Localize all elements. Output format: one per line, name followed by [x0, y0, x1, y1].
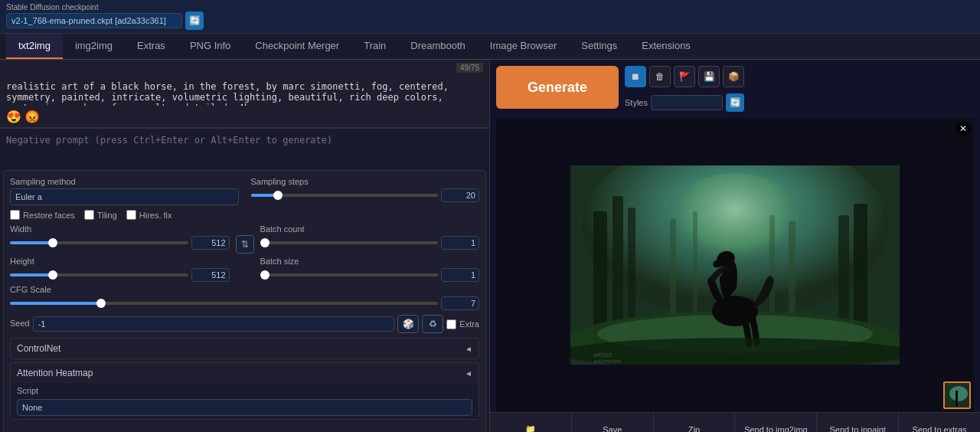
- flag-btn[interactable]: 🚩: [674, 66, 695, 87]
- image-area: ARTIST AIARTWORK ✕: [496, 118, 974, 412]
- batch-count-label: Batch count: [260, 224, 480, 234]
- height-input[interactable]: [191, 268, 230, 282]
- toolbar-icons: ⏹ 🗑 🚩 💾 📦 Styles 🔄: [625, 66, 744, 112]
- controlnet-label: ControlNet: [17, 343, 60, 354]
- prompt-icons: 😍 😡: [0, 108, 489, 127]
- cfg-slider-container: [10, 296, 479, 310]
- save-image-btn[interactable]: Save: [572, 413, 654, 432]
- interrupt-btn[interactable]: ⏹: [625, 66, 646, 87]
- attention-heatmap-label: Attention Heatmap: [17, 368, 93, 378]
- restore-faces-checkbox[interactable]: Restore faces: [10, 210, 75, 220]
- svg-point-21: [949, 386, 968, 401]
- seed-input[interactable]: [33, 316, 395, 332]
- script-label: Script: [17, 386, 472, 395]
- send-inpaint-btn[interactable]: Send to inpaint: [817, 413, 899, 432]
- zip-image-btn[interactable]: Zip: [654, 413, 736, 432]
- close-image-btn[interactable]: ✕: [956, 121, 971, 136]
- batch-size-input[interactable]: [441, 268, 479, 282]
- height-slider-container: [10, 268, 230, 282]
- folder-btn[interactable]: 📁: [490, 413, 572, 432]
- settings-panel: Sampling method Euler a DDIM DPM++ 2M Sa…: [3, 170, 486, 432]
- right-top: Generate ⏹ 🗑 🚩 💾 📦 Styles 🔄: [490, 60, 980, 118]
- width-label: Width: [10, 224, 230, 234]
- emoji-negative-icon[interactable]: 😡: [24, 110, 40, 124]
- attention-heatmap-header[interactable]: Attention Heatmap ◄: [11, 363, 479, 383]
- generated-image: ARTIST AIARTWORK: [570, 165, 900, 365]
- generate-button[interactable]: Generate: [496, 66, 619, 109]
- tab-settings[interactable]: Settings: [569, 34, 629, 59]
- svg-rect-22: [956, 391, 958, 406]
- sampling-method-select[interactable]: Euler a DDIM DPM++ 2M: [10, 188, 239, 205]
- hires-fix-input[interactable]: [126, 210, 136, 220]
- checkpoint-refresh-btn[interactable]: 🔄: [185, 11, 204, 30]
- prompt-section: 49/75 😍 😡: [0, 60, 489, 128]
- extra-label: Extra: [459, 319, 479, 329]
- attention-heatmap-section: Attention Heatmap ◄ Script None: [10, 362, 479, 420]
- prompt-textarea[interactable]: [0, 60, 489, 106]
- extra-checkbox[interactable]: Extra: [446, 319, 479, 329]
- tab-image-browser[interactable]: Image Browser: [478, 34, 569, 59]
- height-slider[interactable]: [10, 273, 188, 277]
- tab-dreambooth[interactable]: Dreambooth: [398, 34, 478, 59]
- tab-txt2img[interactable]: txt2img: [6, 34, 63, 59]
- width-slider-container: [10, 236, 230, 250]
- tab-train[interactable]: Train: [351, 34, 398, 59]
- height-spacer: [236, 257, 254, 267]
- sampling-steps-label: Sampling steps: [251, 177, 480, 186]
- checkpoint-select[interactable]: v2-1_768-ema-pruned.ckpt [ad2a33c361]: [6, 13, 182, 28]
- trash-btn[interactable]: 🗑: [649, 66, 671, 87]
- seed-dice-btn[interactable]: 🎲: [397, 315, 419, 333]
- batch-size-slider-container: [260, 268, 480, 282]
- tab-checkpoint-merger[interactable]: Checkpoint Merger: [243, 34, 351, 59]
- sampling-steps-input[interactable]: [441, 188, 479, 202]
- script-select[interactable]: None: [17, 399, 472, 416]
- emoji-positive-icon[interactable]: 😍: [6, 110, 21, 124]
- save-btn[interactable]: 💾: [698, 66, 720, 87]
- batch-size-label: Batch size: [260, 257, 480, 266]
- controlnet-header[interactable]: ControlNet ◄: [11, 339, 479, 358]
- batch-size-slider[interactable]: [260, 273, 439, 277]
- checkpoint-wrapper: Stable Diffusion checkpoint v2-1_768-ema…: [6, 3, 204, 30]
- sampling-steps-slider[interactable]: [251, 194, 439, 197]
- sampling-steps-col: Sampling steps: [251, 177, 480, 205]
- negative-prompt-textarea[interactable]: [0, 128, 489, 165]
- width-slider[interactable]: [10, 241, 188, 244]
- tab-img2img[interactable]: img2img: [63, 34, 125, 59]
- batch-count-slider[interactable]: [260, 241, 439, 244]
- cfg-scale-input[interactable]: [441, 296, 479, 310]
- thumbnail-item[interactable]: [943, 381, 971, 409]
- extra-checkbox-input[interactable]: [446, 319, 456, 329]
- sampling-steps-slider-container: [251, 188, 480, 202]
- tab-extensions[interactable]: Extensions: [629, 34, 703, 59]
- tiling-input[interactable]: [84, 210, 94, 220]
- right-panel: Generate ⏹ 🗑 🚩 💾 📦 Styles 🔄: [490, 60, 980, 432]
- styles-select[interactable]: [651, 95, 723, 110]
- folder-icon: 📁: [525, 424, 536, 432]
- cfg-scale-label: CFG Scale: [10, 285, 479, 294]
- width-input[interactable]: [191, 236, 230, 250]
- hires-fix-label: Hires. fix: [139, 211, 172, 220]
- tab-extras[interactable]: Extras: [125, 34, 178, 59]
- sampling-method-col: Sampling method Euler a DDIM DPM++ 2M: [10, 177, 239, 205]
- restore-faces-label: Restore faces: [23, 211, 75, 220]
- cfg-scale-slider[interactable]: [10, 302, 438, 305]
- styles-refresh-btn[interactable]: 🔄: [726, 93, 744, 112]
- batch-count-slider-container: [260, 236, 480, 250]
- send-extras-btn[interactable]: Send to extras: [899, 413, 980, 432]
- main-layout: 49/75 😍 😡 Sampling method Euler a DDIM D…: [0, 60, 980, 432]
- seed-recycle-btn[interactable]: ♻: [422, 315, 443, 333]
- styles-row: Styles 🔄: [625, 93, 744, 112]
- tab-pnginfo[interactable]: PNG Info: [178, 34, 243, 59]
- zip-btn[interactable]: 📦: [723, 66, 744, 87]
- script-row: Script None: [11, 383, 479, 419]
- tiling-checkbox[interactable]: Tiling: [84, 210, 117, 220]
- hires-fix-checkbox[interactable]: Hires. fix: [126, 210, 172, 220]
- negative-prompt-section: [0, 128, 489, 167]
- send-img2img-btn[interactable]: Send to img2img: [735, 413, 817, 432]
- restore-faces-input[interactable]: [10, 210, 20, 220]
- checkboxes-row: Restore faces Tiling Hires. fix: [10, 210, 479, 220]
- batch-count-input[interactable]: [441, 236, 479, 250]
- swap-dimensions-btn[interactable]: ⇅: [236, 235, 254, 254]
- svg-text:ARTIST: ARTIST: [593, 352, 612, 358]
- thumbnail-strip: [943, 381, 971, 409]
